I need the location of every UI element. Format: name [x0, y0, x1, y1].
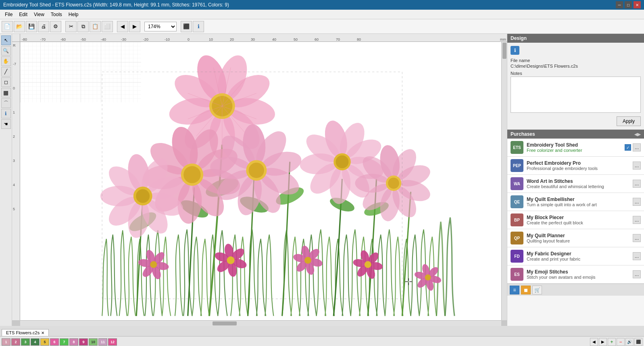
screen-button[interactable]: ⬛	[634, 338, 642, 346]
purchase-item-my-block-piecer[interactable]: BP My Block Piecer Create the perfect qu…	[507, 211, 644, 229]
save-button[interactable]: 💾	[26, 21, 37, 32]
purchase-item-perfect-embroidery-pro[interactable]: PEP Perfect Embroidery Pro Professional …	[507, 157, 644, 175]
purchase-icon-my-fabric-designer: FD	[511, 250, 523, 263]
tab-close-button[interactable]: ✕	[41, 331, 44, 335]
purchase-text-embroidery-tool-shed: Embroidery Tool Shed Free colorizer and …	[527, 142, 621, 153]
minimize-button[interactable]: ─	[616, 1, 623, 8]
forward-button[interactable]: ▶	[129, 21, 140, 32]
color-swatch-11[interactable]: 11	[98, 338, 107, 346]
zoom-select[interactable]: 174% 100% 50% 200%	[144, 22, 177, 31]
notes-textarea[interactable]	[511, 77, 641, 113]
main-area: ↖ 🔍 ✋ ╱ ◻ ▦ ⌒ ℹ ☚ -80 -70 -60 -50 -40 -3…	[0, 34, 644, 326]
purchase-text-word-art-in-stitches: Word Art in Stitches Create beautiful an…	[527, 178, 629, 189]
purchase-actions-emoji-stitches: …	[633, 270, 641, 278]
add-color-button[interactable]: +	[608, 338, 616, 346]
svg-point-90	[388, 178, 399, 189]
menu-bar: File Edit View Tools Help	[0, 10, 644, 19]
pencil-tool-button[interactable]: ╱	[1, 67, 11, 77]
close-button[interactable]: ✕	[634, 1, 641, 8]
color-swatch-4[interactable]: 4	[31, 338, 40, 346]
apply-button[interactable]: Apply	[617, 116, 641, 126]
list-view-button[interactable]: ≡	[510, 286, 519, 294]
grid-tool-button[interactable]: ▦	[1, 88, 11, 97]
pan-tool-button[interactable]: ✋	[1, 56, 11, 66]
purchase-actions-my-quilt-embellisher: …	[633, 198, 641, 206]
grid-view-button[interactable]: ◼	[521, 286, 531, 294]
ruler-corner	[12, 34, 20, 42]
menu-view[interactable]: View	[31, 11, 48, 18]
purchase-item-word-art-in-stitches[interactable]: WA Word Art in Stitches Create beautiful…	[507, 175, 644, 193]
convert-button[interactable]: ⚙	[50, 21, 61, 32]
svg-point-97	[150, 261, 157, 268]
file-tab-ets-flowers[interactable]: ETS Flowers.c2s ✕	[2, 329, 49, 336]
purchases-header: Purchases ◀▶	[507, 130, 644, 139]
color-swatch-10[interactable]: 10	[89, 338, 98, 346]
vertical-scrollbar[interactable]	[501, 42, 507, 320]
info-left-button[interactable]: ℹ	[1, 109, 11, 118]
color-swatch-2[interactable]: 2	[11, 338, 20, 346]
color-swatch-9[interactable]: 9	[79, 338, 88, 346]
purchase-item-quilt-planner[interactable]: QP My Quilt Planner Quilting layout feat…	[507, 229, 644, 247]
purchase-item-my-quilt-embellisher[interactable]: QE My Quilt Embellisher Turn a simple qu…	[507, 193, 644, 211]
frame-button[interactable]: ⬜	[102, 21, 113, 32]
copy-button[interactable]: ⧉	[77, 21, 89, 32]
hscroll-thumb[interactable]	[213, 321, 237, 325]
arrow-right-button[interactable]: ▶	[599, 338, 607, 346]
color-swatch-1[interactable]: 1	[2, 338, 10, 346]
menu-tools[interactable]: Tools	[48, 11, 65, 18]
left-toolbar: ↖ 🔍 ✋ ╱ ◻ ▦ ⌒ ℹ ☚	[0, 34, 12, 326]
select-tool-button[interactable]: ↖	[1, 35, 11, 45]
3d-tool-button[interactable]: ◻	[1, 77, 11, 87]
color-swatch-3[interactable]: 3	[21, 338, 30, 346]
purchase-actions-perfect-embroidery-pro: …	[633, 162, 641, 170]
purchase-icon-perfect-embroidery-pro: PEP	[511, 159, 523, 172]
color-swatch-12[interactable]: 12	[108, 338, 117, 346]
canvas-area: -80 -70 -60 -50 -40 -30 -20 -10 0 10 20 …	[12, 34, 507, 326]
paste-button[interactable]: 📋	[90, 21, 101, 32]
purchases-bottom-toolbar: ≡ ◼ 🛒	[507, 284, 644, 296]
back-button[interactable]: ◀	[117, 21, 128, 32]
menu-file[interactable]: File	[2, 11, 16, 18]
purchase-actions-my-block-piecer: …	[633, 216, 641, 224]
window-title: Embroidery Tool Shed - ETS Flowers.c2s (…	[3, 2, 616, 8]
purchase-item-emoji-stitches[interactable]: ES My Emoji Stitches Stitch your own ava…	[507, 265, 644, 284]
purchase-text-emoji-stitches: My Emoji Stitches Stitch your own avatar…	[527, 269, 629, 280]
info-button[interactable]: ℹ	[193, 21, 204, 32]
purchase-text-my-fabric-designer: My Fabric Designer Create and print your…	[527, 251, 629, 261]
hand-left-button[interactable]: ☚	[1, 119, 11, 129]
purchases-section[interactable]: Purchases ◀▶ ETS Embroidery Tool Shed Fr…	[507, 130, 644, 326]
purchase-actions-embroidery-tool-shed: ✓ …	[625, 143, 641, 151]
svg-point-78	[336, 155, 349, 168]
new-button[interactable]: 📄	[2, 21, 13, 32]
maximize-button[interactable]: □	[625, 1, 632, 8]
vscroll-thumb[interactable]	[502, 43, 506, 59]
tab-bar: ETS Flowers.c2s ✕	[0, 326, 644, 336]
print-button[interactable]: 🖨	[38, 21, 49, 32]
hoop-button[interactable]: ⬛	[181, 21, 192, 32]
sound-button[interactable]: 🔊	[625, 338, 634, 346]
filename-value: C:\dime\Designs\ETS Flowers.c2s	[511, 64, 641, 68]
curve-tool-button[interactable]: ⌒	[1, 98, 11, 108]
color-swatch-7[interactable]: 7	[60, 338, 69, 346]
color-swatch-8[interactable]: 8	[69, 338, 78, 346]
purchase-item-my-fabric-designer[interactable]: FD My Fabric Designer Create and print y…	[507, 247, 644, 265]
horizontal-scrollbar[interactable]	[20, 320, 501, 326]
open-button[interactable]: 📂	[14, 21, 25, 32]
purchases-collapse-button[interactable]: ◀▶	[634, 132, 641, 137]
color-swatch-5[interactable]: 5	[40, 338, 49, 346]
zoom-tool-button[interactable]: 🔍	[1, 46, 11, 56]
minus-color-button[interactable]: −	[617, 338, 625, 346]
cut-button[interactable]: ✂	[65, 21, 77, 32]
cart-view-button[interactable]: 🛒	[532, 286, 542, 294]
arrow-left-button[interactable]: ◀	[590, 338, 598, 346]
svg-point-104	[227, 257, 235, 264]
menu-edit[interactable]: Edit	[16, 11, 31, 18]
menu-help[interactable]: Help	[65, 11, 82, 18]
filename-label: File name	[511, 58, 641, 63]
design-info-button[interactable]: ℹ	[511, 46, 519, 55]
ruler-top: -80 -70 -60 -50 -40 -30 -20 -10 0 10 20 …	[20, 34, 507, 42]
color-swatch-6[interactable]: 6	[50, 338, 59, 346]
purchase-actions-quilt-planner: …	[633, 234, 641, 242]
purchase-item-embroidery-tool-shed[interactable]: ETS Embroidery Tool Shed Free colorizer …	[507, 139, 644, 157]
purchase-text-quilt-planner: My Quilt Planner Quilting layout feature	[527, 233, 629, 243]
